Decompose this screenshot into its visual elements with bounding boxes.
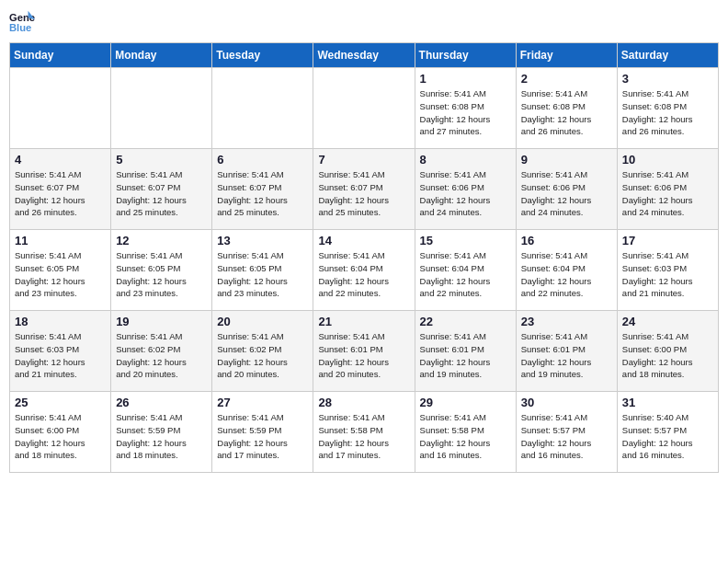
day-number: 9	[521, 153, 612, 167]
day-number: 18	[15, 315, 106, 328]
day-number: 25	[15, 396, 106, 409]
calendar-cell: 8Sunrise: 5:41 AM Sunset: 6:06 PM Daylig…	[415, 149, 516, 230]
calendar-cell: 20Sunrise: 5:41 AM Sunset: 6:02 PM Dayli…	[212, 311, 313, 392]
day-info: Sunrise: 5:41 AM Sunset: 6:08 PM Dayligh…	[420, 87, 511, 138]
day-info: Sunrise: 5:41 AM Sunset: 6:01 PM Dayligh…	[420, 330, 511, 381]
day-info: Sunrise: 5:41 AM Sunset: 5:58 PM Dayligh…	[420, 411, 511, 462]
day-info: Sunrise: 5:41 AM Sunset: 6:04 PM Dayligh…	[521, 249, 612, 300]
calendar-cell: 11Sunrise: 5:41 AM Sunset: 6:05 PM Dayli…	[10, 230, 111, 311]
calendar-cell: 28Sunrise: 5:41 AM Sunset: 5:58 PM Dayli…	[313, 392, 415, 473]
day-number: 19	[116, 315, 207, 328]
day-number: 12	[116, 234, 207, 247]
day-number: 28	[318, 396, 409, 409]
day-info: Sunrise: 5:41 AM Sunset: 6:07 PM Dayligh…	[116, 168, 207, 219]
calendar-cell: 17Sunrise: 5:41 AM Sunset: 6:03 PM Dayli…	[617, 230, 718, 311]
calendar-week-row: 4Sunrise: 5:41 AM Sunset: 6:07 PM Daylig…	[10, 149, 719, 230]
day-info: Sunrise: 5:41 AM Sunset: 6:01 PM Dayligh…	[318, 330, 409, 381]
day-number: 29	[420, 396, 511, 409]
calendar-cell: 13Sunrise: 5:41 AM Sunset: 6:05 PM Dayli…	[212, 230, 313, 311]
calendar-cell: 7Sunrise: 5:41 AM Sunset: 6:07 PM Daylig…	[313, 149, 415, 230]
day-info: Sunrise: 5:41 AM Sunset: 6:02 PM Dayligh…	[116, 330, 207, 381]
day-number: 4	[15, 153, 106, 167]
day-info: Sunrise: 5:41 AM Sunset: 6:00 PM Dayligh…	[15, 411, 106, 462]
calendar-cell: 31Sunrise: 5:40 AM Sunset: 5:57 PM Dayli…	[617, 392, 718, 473]
day-number: 1	[420, 72, 511, 86]
day-number: 24	[622, 315, 713, 328]
day-info: Sunrise: 5:41 AM Sunset: 6:00 PM Dayligh…	[622, 330, 713, 381]
calendar-cell	[313, 68, 415, 149]
page-header: General Blue	[9, 9, 719, 35]
calendar-cell: 25Sunrise: 5:41 AM Sunset: 6:00 PM Dayli…	[10, 392, 111, 473]
day-number: 27	[217, 396, 308, 409]
day-number: 14	[318, 234, 409, 247]
day-number: 3	[622, 72, 713, 86]
day-number: 7	[318, 153, 409, 167]
day-number: 5	[116, 153, 207, 167]
calendar-cell: 18Sunrise: 5:41 AM Sunset: 6:03 PM Dayli…	[10, 311, 111, 392]
calendar-cell: 5Sunrise: 5:41 AM Sunset: 6:07 PM Daylig…	[111, 149, 212, 230]
day-number: 30	[521, 396, 612, 409]
weekday-header: Monday	[111, 43, 212, 68]
calendar-cell: 29Sunrise: 5:41 AM Sunset: 5:58 PM Dayli…	[415, 392, 516, 473]
calendar-cell: 14Sunrise: 5:41 AM Sunset: 6:04 PM Dayli…	[313, 230, 415, 311]
day-number: 8	[420, 153, 511, 167]
day-info: Sunrise: 5:41 AM Sunset: 6:03 PM Dayligh…	[622, 249, 713, 300]
calendar-cell: 6Sunrise: 5:41 AM Sunset: 6:07 PM Daylig…	[212, 149, 313, 230]
day-number: 17	[622, 234, 713, 247]
day-number: 21	[318, 315, 409, 328]
day-info: Sunrise: 5:40 AM Sunset: 5:57 PM Dayligh…	[622, 411, 713, 462]
day-info: Sunrise: 5:41 AM Sunset: 6:06 PM Dayligh…	[622, 168, 713, 219]
day-number: 2	[521, 72, 612, 86]
calendar-cell: 3Sunrise: 5:41 AM Sunset: 6:08 PM Daylig…	[617, 68, 718, 149]
calendar-cell: 26Sunrise: 5:41 AM Sunset: 5:59 PM Dayli…	[111, 392, 212, 473]
day-info: Sunrise: 5:41 AM Sunset: 5:59 PM Dayligh…	[116, 411, 207, 462]
calendar-cell: 1Sunrise: 5:41 AM Sunset: 6:08 PM Daylig…	[415, 68, 516, 149]
calendar-cell: 30Sunrise: 5:41 AM Sunset: 5:57 PM Dayli…	[516, 392, 617, 473]
logo-icon: General Blue	[9, 9, 35, 35]
calendar-cell: 24Sunrise: 5:41 AM Sunset: 6:00 PM Dayli…	[617, 311, 718, 392]
day-info: Sunrise: 5:41 AM Sunset: 6:07 PM Dayligh…	[318, 168, 409, 219]
day-number: 22	[420, 315, 511, 328]
day-info: Sunrise: 5:41 AM Sunset: 6:07 PM Dayligh…	[15, 168, 106, 219]
day-info: Sunrise: 5:41 AM Sunset: 5:57 PM Dayligh…	[521, 411, 612, 462]
day-info: Sunrise: 5:41 AM Sunset: 6:01 PM Dayligh…	[521, 330, 612, 381]
calendar-cell	[10, 68, 111, 149]
calendar-cell: 9Sunrise: 5:41 AM Sunset: 6:06 PM Daylig…	[516, 149, 617, 230]
weekday-header: Wednesday	[313, 43, 415, 68]
calendar-table: SundayMondayTuesdayWednesdayThursdayFrid…	[9, 42, 719, 473]
day-number: 15	[420, 234, 511, 247]
day-info: Sunrise: 5:41 AM Sunset: 6:02 PM Dayligh…	[217, 330, 308, 381]
day-info: Sunrise: 5:41 AM Sunset: 6:04 PM Dayligh…	[318, 249, 409, 300]
day-info: Sunrise: 5:41 AM Sunset: 6:06 PM Dayligh…	[420, 168, 511, 219]
calendar-cell: 4Sunrise: 5:41 AM Sunset: 6:07 PM Daylig…	[10, 149, 111, 230]
calendar-cell: 22Sunrise: 5:41 AM Sunset: 6:01 PM Dayli…	[415, 311, 516, 392]
weekday-header: Friday	[516, 43, 617, 68]
calendar-cell	[111, 68, 212, 149]
day-info: Sunrise: 5:41 AM Sunset: 6:05 PM Dayligh…	[116, 249, 207, 300]
weekday-header: Tuesday	[212, 43, 313, 68]
calendar-week-row: 1Sunrise: 5:41 AM Sunset: 6:08 PM Daylig…	[10, 68, 719, 149]
day-number: 20	[217, 315, 308, 328]
calendar-cell: 2Sunrise: 5:41 AM Sunset: 6:08 PM Daylig…	[516, 68, 617, 149]
weekday-header: Sunday	[10, 43, 111, 68]
svg-text:Blue: Blue	[9, 22, 31, 33]
day-info: Sunrise: 5:41 AM Sunset: 6:08 PM Dayligh…	[622, 87, 713, 138]
calendar-cell: 15Sunrise: 5:41 AM Sunset: 6:04 PM Dayli…	[415, 230, 516, 311]
calendar-cell: 12Sunrise: 5:41 AM Sunset: 6:05 PM Dayli…	[111, 230, 212, 311]
day-number: 13	[217, 234, 308, 247]
calendar-cell: 21Sunrise: 5:41 AM Sunset: 6:01 PM Dayli…	[313, 311, 415, 392]
calendar-cell: 16Sunrise: 5:41 AM Sunset: 6:04 PM Dayli…	[516, 230, 617, 311]
day-number: 23	[521, 315, 612, 328]
logo: General Blue	[9, 9, 39, 35]
day-info: Sunrise: 5:41 AM Sunset: 5:58 PM Dayligh…	[318, 411, 409, 462]
calendar-cell	[212, 68, 313, 149]
calendar-cell: 10Sunrise: 5:41 AM Sunset: 6:06 PM Dayli…	[617, 149, 718, 230]
calendar-header-row: SundayMondayTuesdayWednesdayThursdayFrid…	[10, 43, 719, 68]
day-number: 26	[116, 396, 207, 409]
day-number: 11	[15, 234, 106, 247]
day-info: Sunrise: 5:41 AM Sunset: 6:05 PM Dayligh…	[15, 249, 106, 300]
day-info: Sunrise: 5:41 AM Sunset: 6:08 PM Dayligh…	[521, 87, 612, 138]
calendar-week-row: 11Sunrise: 5:41 AM Sunset: 6:05 PM Dayli…	[10, 230, 719, 311]
calendar-cell: 19Sunrise: 5:41 AM Sunset: 6:02 PM Dayli…	[111, 311, 212, 392]
day-info: Sunrise: 5:41 AM Sunset: 6:06 PM Dayligh…	[521, 168, 612, 219]
